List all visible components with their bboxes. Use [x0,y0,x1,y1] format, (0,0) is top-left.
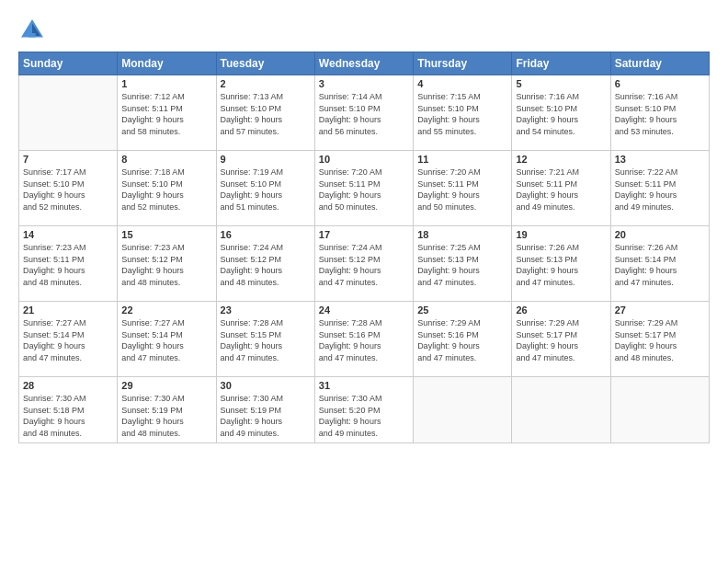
calendar-cell: 22Sunrise: 7:27 AM Sunset: 5:14 PM Dayli… [118,302,216,377]
day-info: Sunrise: 7:28 AM Sunset: 5:16 PM Dayligh… [319,317,409,363]
day-number: 10 [319,154,409,165]
calendar-cell: 10Sunrise: 7:20 AM Sunset: 5:11 PM Dayli… [314,151,413,226]
day-info: Sunrise: 7:12 AM Sunset: 5:11 PM Dayligh… [121,91,211,137]
day-header-sunday: Sunday [19,52,118,75]
day-info: Sunrise: 7:19 AM Sunset: 5:10 PM Dayligh… [221,167,311,213]
calendar-cell: 30Sunrise: 7:30 AM Sunset: 5:19 PM Dayli… [216,377,314,443]
calendar-cell: 15Sunrise: 7:23 AM Sunset: 5:12 PM Dayli… [118,226,216,302]
calendar-cell: 11Sunrise: 7:20 AM Sunset: 5:11 PM Dayli… [414,151,512,226]
calendar-cell [610,377,709,443]
day-number: 5 [516,78,606,89]
day-number: 20 [615,229,705,240]
day-number: 23 [221,304,311,316]
day-header-saturday: Saturday [610,52,709,75]
day-number: 9 [221,154,311,165]
day-info: Sunrise: 7:29 AM Sunset: 5:17 PM Dayligh… [516,317,606,363]
calendar-cell: 17Sunrise: 7:24 AM Sunset: 5:12 PM Dayli… [314,226,413,302]
day-info: Sunrise: 7:20 AM Sunset: 5:11 PM Dayligh… [319,167,409,213]
day-info: Sunrise: 7:30 AM Sunset: 5:19 PM Dayligh… [221,393,311,439]
day-number: 6 [615,78,705,89]
day-number: 28 [23,380,113,391]
calendar-cell: 5Sunrise: 7:16 AM Sunset: 5:10 PM Daylig… [512,75,610,151]
day-info: Sunrise: 7:25 AM Sunset: 5:13 PM Dayligh… [417,242,507,288]
day-header-monday: Monday [118,52,216,75]
day-info: Sunrise: 7:27 AM Sunset: 5:14 PM Dayligh… [23,317,113,363]
day-info: Sunrise: 7:30 AM Sunset: 5:18 PM Dayligh… [23,393,113,439]
calendar-cell: 19Sunrise: 7:26 AM Sunset: 5:13 PM Dayli… [512,226,610,302]
day-info: Sunrise: 7:16 AM Sunset: 5:10 PM Dayligh… [516,91,606,137]
svg-rect-2 [28,33,36,38]
day-number: 4 [417,78,507,89]
calendar-cell: 24Sunrise: 7:28 AM Sunset: 5:16 PM Dayli… [314,302,413,377]
calendar-cell: 1Sunrise: 7:12 AM Sunset: 5:11 PM Daylig… [118,75,216,151]
calendar-cell: 13Sunrise: 7:22 AM Sunset: 5:11 PM Dayli… [610,151,709,226]
day-header-tuesday: Tuesday [216,52,314,75]
calendar-cell: 4Sunrise: 7:15 AM Sunset: 5:10 PM Daylig… [414,75,512,151]
day-info: Sunrise: 7:28 AM Sunset: 5:15 PM Dayligh… [221,317,311,363]
calendar-cell: 28Sunrise: 7:30 AM Sunset: 5:18 PM Dayli… [19,377,118,443]
day-header-thursday: Thursday [414,52,512,75]
day-info: Sunrise: 7:29 AM Sunset: 5:17 PM Dayligh… [615,317,705,363]
day-number: 15 [121,229,211,240]
day-number: 1 [121,78,211,89]
day-info: Sunrise: 7:24 AM Sunset: 5:12 PM Dayligh… [319,242,409,288]
day-info: Sunrise: 7:16 AM Sunset: 5:10 PM Dayligh… [615,91,705,137]
calendar-cell: 26Sunrise: 7:29 AM Sunset: 5:17 PM Dayli… [512,302,610,377]
day-info: Sunrise: 7:20 AM Sunset: 5:11 PM Dayligh… [417,167,507,213]
calendar-header-row: SundayMondayTuesdayWednesdayThursdayFrid… [19,52,710,75]
day-number: 30 [221,380,311,391]
calendar-cell: 27Sunrise: 7:29 AM Sunset: 5:17 PM Dayli… [610,302,709,377]
calendar-cell: 25Sunrise: 7:29 AM Sunset: 5:16 PM Dayli… [414,302,512,377]
day-header-wednesday: Wednesday [314,52,413,75]
calendar-cell: 16Sunrise: 7:24 AM Sunset: 5:12 PM Dayli… [216,226,314,302]
calendar-cell [19,75,118,151]
calendar-cell: 29Sunrise: 7:30 AM Sunset: 5:19 PM Dayli… [118,377,216,443]
day-header-friday: Friday [512,52,610,75]
week-row-3: 14Sunrise: 7:23 AM Sunset: 5:11 PM Dayli… [19,226,710,302]
calendar-cell: 12Sunrise: 7:21 AM Sunset: 5:11 PM Dayli… [512,151,610,226]
calendar-cell: 7Sunrise: 7:17 AM Sunset: 5:10 PM Daylig… [19,151,118,226]
day-number: 26 [516,304,606,316]
header [18,17,710,44]
day-info: Sunrise: 7:14 AM Sunset: 5:10 PM Dayligh… [319,91,409,137]
day-number: 31 [319,380,409,391]
calendar-cell [414,377,512,443]
day-info: Sunrise: 7:24 AM Sunset: 5:12 PM Dayligh… [221,242,311,288]
day-number: 13 [615,154,705,165]
week-row-1: 1Sunrise: 7:12 AM Sunset: 5:11 PM Daylig… [19,75,710,151]
day-number: 22 [121,304,211,316]
day-number: 21 [23,304,113,316]
day-number: 24 [319,304,409,316]
logo-icon [18,17,46,44]
day-number: 3 [319,78,409,89]
day-number: 19 [516,229,606,240]
day-number: 27 [615,304,705,316]
calendar-cell [512,377,610,443]
day-number: 8 [121,154,211,165]
day-info: Sunrise: 7:13 AM Sunset: 5:10 PM Dayligh… [221,91,311,137]
day-number: 2 [221,78,311,89]
logo [18,17,50,44]
day-info: Sunrise: 7:23 AM Sunset: 5:12 PM Dayligh… [121,242,211,288]
day-number: 18 [417,229,507,240]
day-info: Sunrise: 7:26 AM Sunset: 5:13 PM Dayligh… [516,242,606,288]
day-info: Sunrise: 7:18 AM Sunset: 5:10 PM Dayligh… [121,167,211,213]
day-number: 12 [516,154,606,165]
calendar-cell: 20Sunrise: 7:26 AM Sunset: 5:14 PM Dayli… [610,226,709,302]
day-info: Sunrise: 7:29 AM Sunset: 5:16 PM Dayligh… [417,317,507,363]
day-info: Sunrise: 7:30 AM Sunset: 5:19 PM Dayligh… [121,393,211,439]
day-number: 29 [121,380,211,391]
day-number: 7 [23,154,113,165]
calendar-cell: 2Sunrise: 7:13 AM Sunset: 5:10 PM Daylig… [216,75,314,151]
calendar-cell: 23Sunrise: 7:28 AM Sunset: 5:15 PM Dayli… [216,302,314,377]
day-info: Sunrise: 7:17 AM Sunset: 5:10 PM Dayligh… [23,167,113,213]
calendar-cell: 18Sunrise: 7:25 AM Sunset: 5:13 PM Dayli… [414,226,512,302]
week-row-4: 21Sunrise: 7:27 AM Sunset: 5:14 PM Dayli… [19,302,710,377]
calendar-cell: 6Sunrise: 7:16 AM Sunset: 5:10 PM Daylig… [610,75,709,151]
day-info: Sunrise: 7:22 AM Sunset: 5:11 PM Dayligh… [615,167,705,213]
day-number: 17 [319,229,409,240]
day-info: Sunrise: 7:27 AM Sunset: 5:14 PM Dayligh… [121,317,211,363]
page: SundayMondayTuesdayWednesdayThursdayFrid… [0,0,728,563]
day-info: Sunrise: 7:15 AM Sunset: 5:10 PM Dayligh… [417,91,507,137]
calendar-cell: 31Sunrise: 7:30 AM Sunset: 5:20 PM Dayli… [314,377,413,443]
